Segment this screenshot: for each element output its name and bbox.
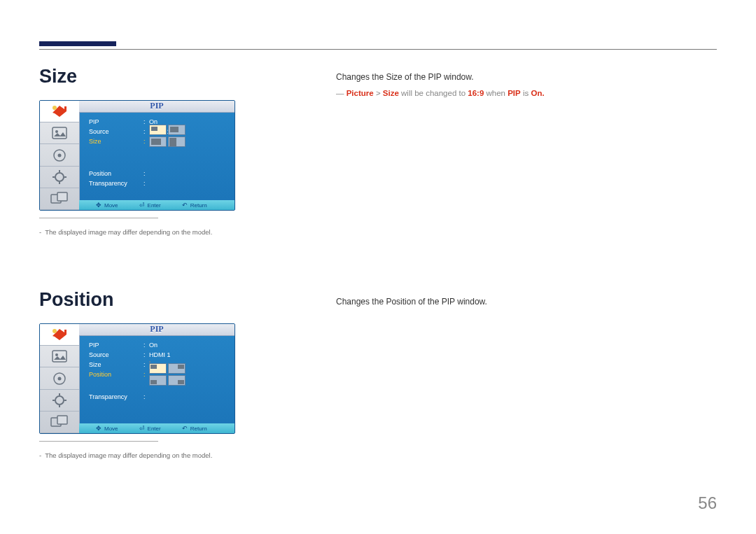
osd-row-pip: PIP : On <box>89 341 229 349</box>
section-position: Position PIP PIP : On <box>39 289 235 459</box>
osd-colon: : <box>144 393 149 400</box>
osd-screenshot-size: PIP PIP : On Source : HDMI 1 Size : <box>39 100 235 211</box>
svg-point-2 <box>55 130 58 133</box>
footer-label: Return <box>190 426 207 432</box>
osd-colon: : <box>144 180 149 187</box>
osd-row-source: Source : HDMI 1 <box>89 351 229 359</box>
osd-footer: ✥Move ⏎Enter ↶Return <box>79 423 234 433</box>
desc-main: Changes the Position of the PIP window. <box>336 297 487 307</box>
osd-label: Size <box>89 361 144 368</box>
size-option-3 <box>149 136 167 147</box>
size-option-1 <box>149 125 167 135</box>
osd-colon: : <box>144 170 149 177</box>
svg-rect-23 <box>57 416 67 424</box>
section-size: Size PIP PIP : On <box>39 66 235 236</box>
footer-move: ✥Move <box>96 425 118 432</box>
osd-colon: : <box>144 138 149 145</box>
move-icon: ✥ <box>96 202 102 209</box>
osd-colon: : <box>144 361 149 368</box>
sidebar-tile-sound-icon <box>40 367 79 389</box>
desc-main: Changes the Size of the PIP window. <box>336 72 545 82</box>
footer-return: ↶Return <box>182 425 207 432</box>
footer-enter: ⏎Enter <box>139 202 161 209</box>
osd-footer: ✥Move ⏎Enter ↶Return <box>79 200 234 210</box>
position-options-grid <box>149 363 229 386</box>
svg-point-17 <box>55 396 64 405</box>
size-options-grid <box>149 125 229 159</box>
position-option-bl <box>149 375 167 386</box>
osd-value <box>149 363 229 386</box>
enter-icon: ⏎ <box>139 202 145 209</box>
osd-sidebar <box>40 324 80 433</box>
position-option-tr <box>168 363 186 374</box>
size-option-4 <box>168 136 186 147</box>
osd-colon: : <box>144 118 149 125</box>
osd-label: Transparency <box>89 180 144 187</box>
osd-label: PIP <box>89 118 144 125</box>
osd-colon: : <box>144 351 149 358</box>
sidebar-tile-setup-icon <box>40 167 79 188</box>
svg-rect-11 <box>57 192 67 201</box>
osd-label: Position <box>89 371 144 378</box>
move-icon: ✥ <box>96 425 102 432</box>
sidebar-tile-source-icon <box>40 324 79 346</box>
osd-label: PIP <box>89 342 144 349</box>
sidebar-tile-multi-icon <box>40 412 79 433</box>
svg-point-4 <box>58 153 62 157</box>
svg-point-0 <box>52 106 57 110</box>
osd-sidebar <box>40 101 80 210</box>
osd-value: On <box>149 342 229 349</box>
osd-body: PIP : On Source : HDMI 1 Size : <box>79 112 234 200</box>
size-preview <box>149 361 150 363</box>
svg-rect-13 <box>52 351 66 362</box>
position-option-br <box>168 375 186 386</box>
osd-label: Source <box>89 128 144 135</box>
osd-screenshot-position: PIP PIP : On Source : HDMI 1 Size : Posi… <box>39 323 235 434</box>
desc-position: Changes the Position of the PIP window. <box>336 297 487 307</box>
osd-row-transparency: Transparency : <box>89 393 229 401</box>
svg-point-16 <box>58 377 62 380</box>
osd-value <box>149 125 229 159</box>
osd-colon: : <box>144 342 149 349</box>
footer-label: Move <box>104 202 118 209</box>
osd-label: Transparency <box>89 393 144 400</box>
svg-rect-1 <box>52 127 66 139</box>
enter-icon: ⏎ <box>139 425 145 432</box>
header-accent-bar <box>39 41 116 46</box>
image-note: - The displayed image may differ dependi… <box>39 228 235 236</box>
osd-row-size: Size : <box>89 137 229 146</box>
osd-row-position: Position : <box>89 370 229 379</box>
sidebar-tile-setup-icon <box>40 390 79 412</box>
osd-row-transparency: Transparency : <box>89 179 229 188</box>
sidebar-tile-picture-icon <box>40 122 79 144</box>
heading-position: Position <box>39 289 235 311</box>
footer-enter: ⏎Enter <box>139 425 161 432</box>
footer-label: Return <box>190 202 207 209</box>
osd-label: Size <box>89 138 144 145</box>
header-rule <box>39 49 717 50</box>
heading-size: Size <box>39 66 235 87</box>
return-icon: ↶ <box>182 202 188 209</box>
osd-label: Position <box>89 170 144 177</box>
return-icon: ↶ <box>182 425 188 432</box>
sidebar-tile-sound-icon <box>40 144 79 166</box>
sidebar-tile-multi-icon <box>40 188 79 210</box>
footer-label: Enter <box>148 202 161 209</box>
osd-colon: : <box>144 128 149 135</box>
osd-colon: : <box>144 371 149 378</box>
osd-value: HDMI 1 <box>149 351 229 358</box>
svg-point-12 <box>52 329 57 333</box>
osd-body: PIP : On Source : HDMI 1 Size : Position… <box>79 335 234 423</box>
footer-label: Enter <box>148 426 161 432</box>
footer-move: ✥Move <box>96 202 118 209</box>
footer-return: ↶Return <box>182 202 207 209</box>
sidebar-tile-picture-icon <box>40 346 79 367</box>
svg-point-5 <box>55 173 64 181</box>
note-rule <box>39 441 158 442</box>
image-note: - The displayed image may differ dependi… <box>39 451 235 459</box>
svg-point-14 <box>55 353 58 356</box>
note-rule <box>39 218 158 218</box>
osd-label: Source <box>89 351 144 358</box>
position-option-tl <box>149 363 167 374</box>
page-number: 56 <box>698 493 717 513</box>
